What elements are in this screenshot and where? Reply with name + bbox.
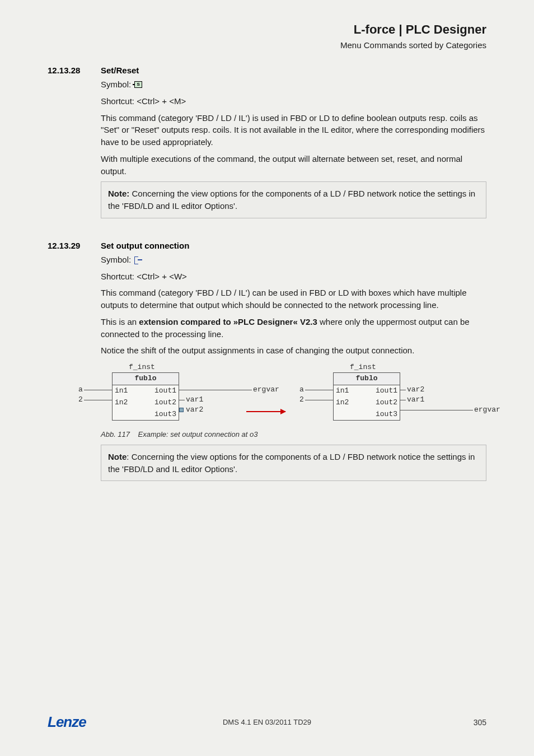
note-label: Note: xyxy=(108,189,129,198)
figure-caption: Example: set output connection at o3 xyxy=(138,430,258,438)
input-label: a xyxy=(78,385,83,395)
port: iout1 xyxy=(376,386,397,396)
paragraph: This command (category 'FBD / LD / IL') … xyxy=(101,112,486,148)
note-box: Note: Concerning the view options for th… xyxy=(101,181,486,218)
paragraph: With multiple executions of the command,… xyxy=(101,153,486,178)
note-text: Concerning the view options for the comp… xyxy=(108,189,475,211)
input-label: 2 xyxy=(299,395,304,405)
paragraph: This command (category 'FBD / LD / IL') … xyxy=(101,287,486,311)
input-label: a xyxy=(299,385,304,395)
output-label: var2 xyxy=(186,405,203,416)
port: iout3 xyxy=(376,409,397,420)
section-set-output-connection: 12.13.29 Set output connection Symbol: S… xyxy=(48,241,486,482)
input-label: 2 xyxy=(78,395,83,405)
output-label: var1 xyxy=(407,395,424,405)
arrow-icon xyxy=(246,411,285,412)
port: in2 xyxy=(336,398,349,408)
paragraph-part: This is an xyxy=(101,317,139,326)
section-number: 12.13.29 xyxy=(48,241,101,250)
page-footer: Lenze DMS 4.1 EN 03/2011 TD29 305 xyxy=(48,713,486,731)
output-label: var2 xyxy=(407,385,424,395)
note-text: : Concerning the view options for the co… xyxy=(108,452,475,474)
header-subtitle: Menu Commands sorted by Categories xyxy=(48,40,486,50)
port: iout3 xyxy=(154,409,176,420)
selection-marker-icon xyxy=(179,408,184,412)
block-title: fublo xyxy=(113,373,179,385)
section-title: Set output connection xyxy=(101,241,189,250)
output-label: var1 xyxy=(186,395,203,405)
note-box: Note: Concerning the view options for th… xyxy=(101,445,486,482)
port: in1 xyxy=(336,386,349,396)
footer-doc-id: DMS 4.1 EN 03/2011 TD29 xyxy=(48,718,486,726)
page-header: L-force | PLC Designer Menu Commands sor… xyxy=(48,22,486,50)
section-set-reset: 12.13.28 Set/Reset Symbol: S Shortcut: <… xyxy=(48,66,486,218)
output-label: ergvar xyxy=(474,405,500,416)
output-label: ergvar xyxy=(253,385,279,395)
output-connection-icon xyxy=(134,256,142,263)
inst-label: f_inst xyxy=(350,362,376,373)
inst-label: f_inst xyxy=(129,362,155,373)
fbd-diagram: f_inst fublo in1iout1 in2iout2 iout3 a 2… xyxy=(84,362,486,424)
set-reset-icon: S xyxy=(134,81,142,88)
header-title: L-force | PLC Designer xyxy=(48,22,486,37)
note-label: Note xyxy=(108,452,127,461)
shortcut-text: Shortcut: <Ctrl> + <W> xyxy=(101,270,486,283)
port: iout2 xyxy=(376,398,397,408)
section-number: 12.13.28 xyxy=(48,66,101,75)
symbol-label: Symbol: xyxy=(101,254,131,266)
symbol-label: Symbol: xyxy=(101,78,131,91)
paragraph-bold: extension compared to »PLC Designer« V2.… xyxy=(139,317,317,326)
paragraph: Notice the shift of the output assignmen… xyxy=(101,344,486,357)
section-title: Set/Reset xyxy=(101,66,139,75)
block-title: fublo xyxy=(334,373,400,385)
port: iout1 xyxy=(154,386,176,396)
figure-number: Abb. 117 xyxy=(101,430,130,438)
port: in2 xyxy=(115,398,128,408)
shortcut-text: Shortcut: <Ctrl> + <M> xyxy=(101,95,486,108)
port: iout2 xyxy=(154,398,176,408)
port: in1 xyxy=(115,386,128,396)
